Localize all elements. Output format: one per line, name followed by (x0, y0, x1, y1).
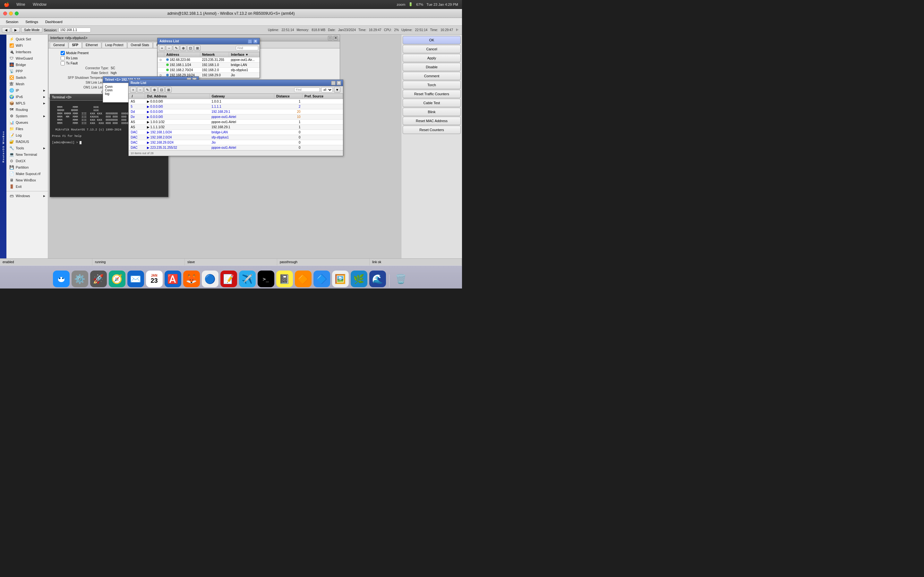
rx-loss-checkbox[interactable] (61, 56, 65, 60)
torch-button[interactable]: Torch (403, 81, 461, 89)
addr-row-3[interactable]: 192.168.2.70/24 192.168.2.0 sfp-sfpplus1 (158, 68, 260, 73)
tx-fault-checkbox[interactable] (61, 61, 65, 65)
sidebar-item-mesh[interactable]: 🕸 Mesh (6, 81, 48, 87)
dock-sourcetree[interactable]: 🌿 (351, 271, 367, 287)
route-restore-btn[interactable]: □ (331, 81, 336, 85)
dock-wps[interactable]: 📝 (220, 271, 237, 287)
session-input[interactable] (59, 27, 91, 32)
sidebar-item-wireguard[interactable]: 🛡 WireGuard (6, 55, 48, 61)
module-present-checkbox[interactable] (61, 51, 65, 55)
dock-appstore[interactable]: 🅰️ (165, 271, 181, 287)
sidebar-item-new-winbox[interactable]: 🖥 New WinBox (6, 177, 48, 183)
menu-session[interactable]: Session (3, 19, 21, 24)
addr-row-1[interactable]: D 182.68.223.66 223.235.31.255 pppoe-out… (158, 57, 260, 63)
addr-edit-btn[interactable]: ✎ (173, 45, 179, 51)
tab-overall-stats[interactable]: Overall Stats (128, 42, 153, 48)
dock-mercury[interactable]: 🌊 (369, 271, 386, 287)
disable-button[interactable]: Disable (403, 63, 461, 71)
minimize-button[interactable] (9, 11, 13, 15)
route-remove-btn[interactable]: − (137, 87, 144, 93)
dock-zoom[interactable]: 🔷 (313, 271, 330, 287)
route-edit-btn[interactable]: ✎ (144, 87, 150, 93)
sidebar-item-dot1x[interactable]: ⊙ Dot1X (6, 158, 48, 164)
wine-menu[interactable]: Wine (15, 2, 27, 7)
sidebar-item-ip[interactable]: 🌐 IP (6, 87, 48, 93)
blink-button[interactable]: Blink (403, 108, 461, 116)
back-button[interactable]: ◀ (2, 27, 10, 33)
addr-find-input[interactable] (236, 46, 258, 50)
dock-firefox[interactable]: 🦊 (183, 271, 200, 287)
interface-restore-btn[interactable]: □ (328, 36, 333, 40)
sidebar-item-windows[interactable]: 🗃 Windows (6, 193, 48, 199)
safe-mode-button[interactable]: Safe Mode (21, 27, 42, 33)
route-settings-btn[interactable]: ▼ (334, 87, 341, 93)
route-row-9[interactable]: DAC ▶ 192.168.29.0/24 Jio 0 (129, 140, 343, 145)
window-menu[interactable]: Window (31, 2, 48, 7)
dock-telegram[interactable]: ✈️ (239, 271, 256, 287)
dock-vlc[interactable]: 🔶 (295, 271, 312, 287)
maximize-button[interactable] (15, 11, 19, 15)
sidebar-item-bridge[interactable]: 🌉 Bridge (6, 61, 48, 68)
menu-settings[interactable]: Settings (22, 19, 41, 24)
route-row-2[interactable]: 5 ▶ 0.0.0.0/0 1.1.1.1 2 (129, 104, 343, 109)
sidebar-item-new-terminal[interactable]: 💻 New Terminal (6, 151, 48, 158)
sidebar-item-interfaces[interactable]: 🔌 Interfaces (6, 49, 48, 55)
addr-row-2[interactable]: 192.168.1.1/24 192.168.1.0 bridge-LAN (158, 63, 260, 68)
addr-restore-btn[interactable]: □ (248, 39, 252, 44)
sidebar-item-quick-set[interactable]: ⚡ Quick Set (6, 36, 48, 42)
tab-ethernet[interactable]: Ethernet (82, 42, 102, 48)
route-row-1[interactable]: AS ▶ 0.0.0.0/0 1.0.0.1 1 (129, 99, 343, 104)
comment-button[interactable]: Comment (403, 72, 461, 80)
cancel-button[interactable]: Cancel (403, 45, 461, 53)
sidebar-item-queues[interactable]: 📊 Queues (6, 119, 48, 126)
route-add-btn[interactable]: + (130, 87, 136, 93)
reset-counters-button[interactable]: Reset Counters (403, 126, 461, 134)
route-paste-btn[interactable]: ⊡ (158, 87, 165, 93)
forward-button[interactable]: ▶ (11, 27, 20, 33)
sidebar-item-radius[interactable]: 🔐 RADIUS (6, 139, 48, 145)
sidebar-item-make-supout[interactable]: 📄 Make Supout.rif (6, 171, 48, 177)
sidebar-item-ppp[interactable]: 📡 PPP (6, 68, 48, 74)
addr-paste-btn[interactable]: ⊡ (187, 45, 194, 51)
route-row-10[interactable]: DAC ▶ 223.235.31.255/32 pppoe-out1-Airte… (129, 145, 343, 150)
sidebar-item-system[interactable]: ⚙ System (6, 113, 48, 119)
ok-button[interactable]: OK (403, 36, 461, 44)
tab-loop-protect[interactable]: Loop Protect (102, 42, 127, 48)
addr-copy-btn[interactable]: ⊕ (180, 45, 186, 51)
route-filter-btn[interactable]: ⊞ (165, 87, 172, 93)
apple-menu[interactable]: 🍎 (4, 2, 9, 7)
sidebar-item-exit[interactable]: 🚪 Exit (6, 183, 48, 190)
sidebar-item-routing[interactable]: 🗺 Routing (6, 106, 48, 113)
sidebar-item-tools[interactable]: 🔧 Tools (6, 145, 48, 151)
route-close-btn[interactable]: ✕ (336, 81, 341, 85)
addr-close-btn[interactable]: ✕ (253, 39, 258, 44)
dock-system-prefs[interactable]: ⚙️ (71, 271, 88, 287)
apply-button[interactable]: Apply (403, 54, 461, 62)
interface-close-btn[interactable]: ✕ (333, 36, 338, 40)
reset-mac-button[interactable]: Reset MAC Address (403, 117, 461, 125)
tab-general[interactable]: General (50, 42, 68, 48)
dock-mail[interactable]: ✉️ (128, 271, 144, 287)
dock-preview[interactable]: 🖼️ (332, 271, 349, 287)
dock-chrome[interactable]: 🔵 (202, 271, 218, 287)
route-row-5[interactable]: AS ▶ 1.0.0.1/32 pppoe-out1-Airtel 1 (129, 119, 343, 125)
route-find-input[interactable] (294, 87, 320, 92)
dock-safari[interactable]: 🧭 (109, 271, 126, 287)
sidebar-item-log[interactable]: 📝 Log (6, 132, 48, 139)
sidebar-item-mpls[interactable]: 📦 MPLS (6, 100, 48, 106)
dock-launchpad[interactable]: 🚀 (90, 271, 107, 287)
route-row-3[interactable]: Dd ▶ 0.0.0.0/0 192.168.29.1 20 (129, 109, 343, 114)
sidebar-item-files[interactable]: 📁 Files (6, 126, 48, 132)
menu-dashboard[interactable]: Dashboard (42, 19, 66, 24)
dock-notes[interactable]: 📓 (276, 271, 293, 287)
route-row-8[interactable]: DAC ▶ 192.168.2.0/24 sfp-sfpplus1 0 (129, 135, 343, 140)
dock-calendar[interactable]: JAN23 (146, 271, 163, 287)
sidebar-item-wifi[interactable]: 📶 WiFi (6, 42, 48, 49)
addr-add-btn[interactable]: + (159, 45, 165, 51)
sidebar-item-ipv6[interactable]: 🌍 IPv6 (6, 93, 48, 100)
addr-filter-btn[interactable]: ⊞ (194, 45, 200, 51)
route-row-4[interactable]: Dv ▶ 0.0.0.0/0 pppoe-out1-Airtel 10 (129, 114, 343, 119)
sidebar-item-partition[interactable]: 💾 Partition (6, 164, 48, 171)
route-copy-btn[interactable]: ⊕ (151, 87, 158, 93)
dock-terminal[interactable]: >_ (258, 271, 274, 287)
